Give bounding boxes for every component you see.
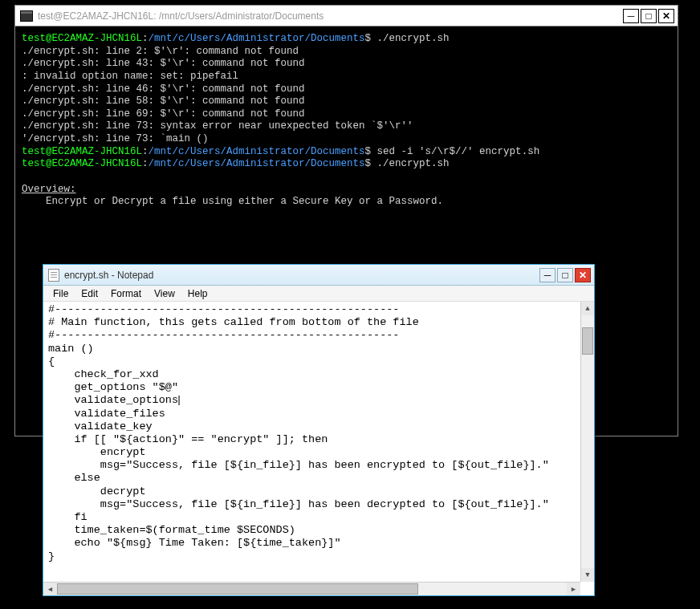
terminal-icon xyxy=(20,10,33,22)
code-line: validate_key xyxy=(48,420,576,433)
code-line: validate_options xyxy=(48,394,576,407)
terminal-line: ./encrypt.sh: line 73: syntax error near… xyxy=(22,120,671,133)
code-line: #---------------------------------------… xyxy=(48,303,576,316)
notepad-content-area: #---------------------------------------… xyxy=(43,302,594,582)
code-line: echo "${msg} Time Taken: [${time_taken}]… xyxy=(48,537,576,550)
code-line: # Main function, this gets called from b… xyxy=(48,316,576,329)
code-line: { xyxy=(48,355,576,368)
scroll-up-arrow[interactable]: ▲ xyxy=(581,302,594,315)
scroll-right-arrow[interactable]: ▶ xyxy=(567,583,580,595)
vertical-scroll-thumb[interactable] xyxy=(582,327,593,355)
terminal-line: Overview: xyxy=(22,184,671,197)
minimize-button[interactable]: ─ xyxy=(539,268,556,282)
terminal-line: test@EC2AMAZ-JHCN16L:/mnt/c/Users/Admini… xyxy=(22,158,671,171)
terminal-line: test@EC2AMAZ-JHCN16L:/mnt/c/Users/Admini… xyxy=(22,146,671,159)
terminal-line: Encrypt or Decrypt a file using either a… xyxy=(22,196,671,209)
horizontal-scroll-thumb[interactable] xyxy=(57,583,418,595)
notepad-icon xyxy=(48,269,59,282)
terminal-title: test@EC2AMAZ-JHCN16L: /mnt/c/Users/Admin… xyxy=(38,10,621,22)
terminal-line: '/encrypt.sh: line 73: `main () xyxy=(22,133,671,146)
code-line: get_options "$@" xyxy=(48,381,576,394)
terminal-line: ./encrypt.sh: line 58: $'\r': command no… xyxy=(22,95,671,108)
close-button[interactable]: ✕ xyxy=(575,268,591,282)
terminal-titlebar[interactable]: test@EC2AMAZ-JHCN16L: /mnt/c/Users/Admin… xyxy=(15,6,678,26)
code-line: #---------------------------------------… xyxy=(48,329,576,342)
minimize-button[interactable]: ─ xyxy=(623,9,639,23)
code-line: if [[ "${action}" == "encrypt" ]]; then xyxy=(48,433,576,446)
terminal-line: ./encrypt.sh: line 2: $'\r': command not… xyxy=(22,46,671,59)
notepad-text-area[interactable]: #---------------------------------------… xyxy=(43,302,580,582)
terminal-line xyxy=(22,171,671,184)
code-line: decrypt xyxy=(48,485,576,498)
code-line: } xyxy=(48,550,576,563)
terminal-line: test@EC2AMAZ-JHCN16L:/mnt/c/Users/Admini… xyxy=(22,33,671,46)
terminal-window-controls: ─ □ ✕ xyxy=(621,9,674,23)
menu-file[interactable]: File xyxy=(47,288,75,299)
code-line: main () xyxy=(48,343,576,355)
vertical-scrollbar[interactable]: ▲ ▼ xyxy=(580,302,594,582)
code-line: time_taken=$(format_time $SECONDS) xyxy=(48,524,576,537)
menu-edit[interactable]: Edit xyxy=(75,288,104,299)
maximize-button[interactable]: □ xyxy=(641,9,657,23)
notepad-window: encrypt.sh - Notepad ─ □ ✕ FileEditForma… xyxy=(43,264,595,596)
scroll-down-arrow[interactable]: ▼ xyxy=(581,568,594,582)
code-line: fi xyxy=(48,511,576,524)
scroll-left-arrow[interactable]: ◀ xyxy=(43,583,57,595)
code-line: encrypt xyxy=(48,446,576,459)
menu-view[interactable]: View xyxy=(148,288,181,299)
horizontal-scroll-track[interactable] xyxy=(57,583,567,595)
notepad-menubar: FileEditFormatViewHelp xyxy=(43,286,594,302)
menu-format[interactable]: Format xyxy=(104,288,148,299)
code-line: validate_files xyxy=(48,408,576,420)
code-line: else xyxy=(48,472,576,485)
code-line: msg="Success, file [${in_file}] has been… xyxy=(48,498,576,511)
notepad-titlebar[interactable]: encrypt.sh - Notepad ─ □ ✕ xyxy=(43,265,594,286)
terminal-line: ./encrypt.sh: line 46: $'\r': command no… xyxy=(22,83,671,96)
maximize-button[interactable]: □ xyxy=(557,268,573,282)
code-line: msg="Success, file [${in_file}] has been… xyxy=(48,459,576,472)
menu-help[interactable]: Help xyxy=(181,288,214,299)
code-line: check_for_xxd xyxy=(48,368,576,381)
terminal-line: ./encrypt.sh: line 43: $'\r': command no… xyxy=(22,58,671,71)
horizontal-scrollbar[interactable]: ◀ ▶ xyxy=(43,582,580,595)
notepad-window-controls: ─ □ ✕ xyxy=(538,268,591,282)
notepad-title: encrypt.sh - Notepad xyxy=(64,270,538,281)
terminal-line: : invalid option name: set: pipefail xyxy=(22,71,671,83)
close-button[interactable]: ✕ xyxy=(658,9,674,23)
terminal-line: ./encrypt.sh: line 69: $'\r': command no… xyxy=(22,108,671,121)
